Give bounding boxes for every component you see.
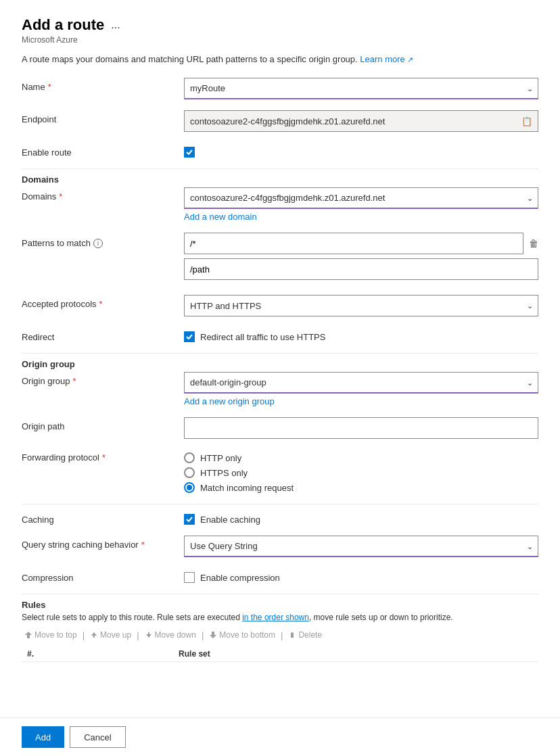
domains-select[interactable]: contosoazure2-c4fggsfbgjgmdehk.z01.azure… bbox=[184, 187, 538, 209]
endpoint-value: contosoazure2-c4fggsfbgjgmdehk.z01.azure… bbox=[184, 110, 538, 132]
page-subtitle: Microsoft Azure bbox=[22, 35, 538, 45]
table-header-num: #. bbox=[22, 646, 173, 662]
domains-label: Domains * bbox=[22, 187, 184, 202]
patterns-info-icon[interactable]: i bbox=[93, 239, 103, 248]
learn-more-link[interactable]: Learn more ↗ bbox=[360, 54, 413, 64]
caching-text: Enable caching bbox=[200, 515, 260, 525]
table-header-ruleset: Rule set bbox=[173, 646, 538, 662]
name-input[interactable] bbox=[184, 78, 538, 99]
name-label: Name * bbox=[22, 78, 184, 92]
enable-route-check-icon bbox=[184, 147, 195, 158]
redirect-checkbox[interactable]: Redirect all traffic to use HTTPS bbox=[184, 327, 538, 342]
page-description: A route maps your domains and matching U… bbox=[22, 54, 538, 64]
rules-table: #. Rule set bbox=[22, 646, 538, 662]
pattern2-input[interactable] bbox=[184, 258, 538, 280]
patterns-label: Patterns to match i bbox=[22, 233, 184, 248]
match-incoming-radio-icon bbox=[184, 482, 195, 493]
origin-path-input[interactable] bbox=[184, 417, 538, 439]
query-string-select[interactable]: Use Query String bbox=[184, 536, 538, 557]
origin-group-section-header: Origin group bbox=[22, 359, 538, 369]
redirect-check-icon bbox=[184, 331, 195, 342]
match-incoming-radio-fill bbox=[187, 485, 192, 490]
delete-button[interactable]: Delete bbox=[285, 629, 325, 641]
enable-route-label: Enable route bbox=[22, 143, 184, 158]
forwarding-http-only[interactable]: HTTP only bbox=[184, 452, 538, 463]
http-only-label: HTTP only bbox=[200, 453, 241, 463]
page-title: Add a route bbox=[22, 16, 104, 34]
origin-group-label: Origin group * bbox=[22, 372, 184, 386]
query-string-label: Query string caching behavior * bbox=[22, 536, 184, 550]
forwarding-protocol-group: HTTP only HTTPS only Match incoming requ… bbox=[184, 450, 538, 493]
redirect-text: Redirect all traffic to use HTTPS bbox=[200, 332, 325, 342]
origin-path-label: Origin path bbox=[22, 417, 184, 431]
compression-text: Enable compression bbox=[200, 573, 280, 583]
compression-check-icon bbox=[184, 572, 195, 583]
rules-desc-link[interactable]: in the order shown bbox=[242, 613, 309, 622]
enable-route-checkbox[interactable] bbox=[184, 143, 538, 158]
move-up-button[interactable]: Move up bbox=[87, 629, 134, 641]
add-domain-link[interactable]: Add a new domain bbox=[184, 212, 257, 222]
caching-checkbox[interactable]: Enable caching bbox=[184, 510, 538, 525]
origin-group-select[interactable]: default-origin-group bbox=[184, 372, 538, 394]
ellipsis-button[interactable]: ... bbox=[108, 19, 122, 31]
compression-checkbox[interactable]: Enable compression bbox=[184, 568, 538, 583]
accepted-protocols-select[interactable]: HTTP and HTTPS bbox=[184, 295, 538, 316]
compression-label: Compression bbox=[22, 569, 184, 583]
move-down-button[interactable]: Move down bbox=[142, 629, 199, 641]
http-only-radio-icon bbox=[184, 452, 195, 463]
domains-section-header: Domains bbox=[22, 174, 538, 185]
caching-label: Caching bbox=[22, 511, 184, 525]
move-to-bottom-button[interactable]: Move to bottom bbox=[206, 629, 278, 641]
accepted-protocols-label: Accepted protocols * bbox=[22, 295, 184, 309]
rules-description: Select rule sets to apply to this route.… bbox=[22, 613, 538, 622]
redirect-label: Redirect bbox=[22, 328, 184, 342]
endpoint-label: Endpoint bbox=[22, 110, 184, 124]
pattern1-delete-icon[interactable]: 🗑 bbox=[529, 238, 538, 249]
https-only-radio-icon bbox=[184, 467, 195, 478]
https-only-label: HTTPS only bbox=[200, 468, 248, 478]
forwarding-protocol-label: Forwarding protocol * bbox=[22, 450, 184, 463]
move-to-top-button[interactable]: Move to top bbox=[22, 629, 80, 641]
match-incoming-label: Match incoming request bbox=[200, 483, 294, 493]
forwarding-match-incoming[interactable]: Match incoming request bbox=[184, 482, 538, 493]
caching-check-icon bbox=[184, 514, 195, 525]
rules-section-header: Rules bbox=[22, 600, 538, 610]
add-origin-group-link[interactable]: Add a new origin group bbox=[184, 396, 275, 406]
rules-toolbar: Move to top | Move up | Move down | Move… bbox=[22, 629, 538, 641]
forwarding-https-only[interactable]: HTTPS only bbox=[184, 467, 538, 478]
copy-icon[interactable]: 📋 bbox=[521, 116, 532, 126]
pattern1-input[interactable] bbox=[184, 233, 523, 254]
